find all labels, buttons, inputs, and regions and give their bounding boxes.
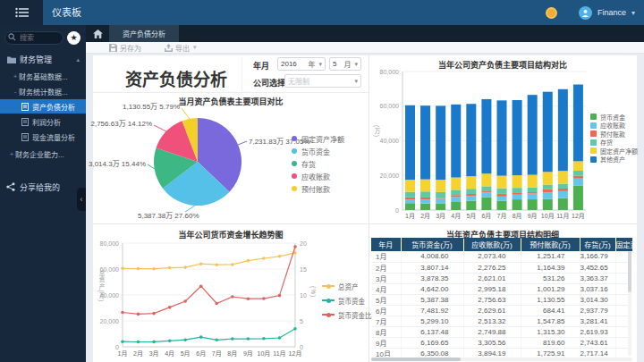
svg-text:8月: 8月 xyxy=(513,213,522,220)
table-cell-value: 3,166.79 xyxy=(580,251,615,262)
table-row: 3月3,878.352,621.01531.263,363.37 xyxy=(371,273,632,283)
legend-item[interactable]: 其他资产 xyxy=(590,156,638,164)
company-filter-label: 公司选择 xyxy=(253,77,285,88)
svg-text:1月: 1月 xyxy=(405,213,415,220)
table-cell-value: 3,894.19 xyxy=(463,348,521,357)
table-cell-value: 3,878.35 xyxy=(401,273,463,283)
table-cell-value: 3,014.30 xyxy=(580,294,615,305)
chevron-down-icon[interactable]: ▾ xyxy=(631,9,635,17)
export-icon xyxy=(165,44,173,52)
legend-item[interactable]: 固定资产净额 xyxy=(292,132,344,145)
table-cell-value: 2,937.79 xyxy=(580,305,615,316)
sidebar-item-balance-sheet-analysis[interactable]: 资产负债分析 xyxy=(0,99,86,114)
chevron-down-icon[interactable]: ▾ xyxy=(193,44,197,51)
table-cell-value: 6,137.48 xyxy=(401,326,463,337)
table-row: 7月5,299.102,513.321,547.853,281.41 xyxy=(371,316,632,326)
legend-item[interactable]: 存货 xyxy=(590,139,638,147)
legend-item[interactable]: 应收账款 xyxy=(292,170,344,182)
table-cell-value: 3,305.56 xyxy=(463,337,521,348)
table-cell-month: 1月 xyxy=(371,251,401,262)
svg-text:6月: 6月 xyxy=(481,213,491,220)
table-cell-month: 9月 xyxy=(371,337,401,348)
svg-text:20,000: 20,000 xyxy=(380,173,400,179)
svg-text:8月: 8月 xyxy=(227,350,237,358)
app-title: 仪表板 xyxy=(52,0,81,25)
legend-item[interactable]: 货币资金比 xyxy=(322,307,372,322)
legend-item[interactable]: 应收账款 xyxy=(590,122,638,130)
chevron-down-icon: ▾ xyxy=(354,61,358,68)
chevron-down-icon: ▾ xyxy=(354,78,358,85)
table-row: 10月6,350.083,894.191,725.912,717.14 xyxy=(371,348,632,357)
notification-icon[interactable] xyxy=(546,7,557,19)
sidebar-item-finance-capability[interactable]: + 财务企业能力... xyxy=(0,147,86,161)
legend-item[interactable]: 预付账款 xyxy=(292,182,344,195)
line-left-axis-label: 总资产(万) xyxy=(97,270,106,302)
sidebar-root-finance-management[interactable]: 财务管理 ▴ xyxy=(0,52,86,67)
sidebar-item-cashflow-analysis[interactable]: 现金流量分析 xyxy=(0,130,86,144)
scrollbar-thumb[interactable] xyxy=(371,358,461,361)
pie-data-label: 2,756.63万 14.12% xyxy=(91,118,153,128)
svg-text:60,000: 60,000 xyxy=(380,103,400,109)
table-cell-value: 1,130.55 xyxy=(521,294,580,305)
year-select[interactable]: 2016 年 ▾ xyxy=(277,57,326,71)
sidebar-collapse-button[interactable]: ‹ xyxy=(77,188,86,211)
table-cell-value: 3,037.16 xyxy=(580,283,615,294)
save-icon xyxy=(109,44,117,52)
svg-text:80,000: 80,000 xyxy=(100,240,120,247)
month-select[interactable]: 5 月 ▾ xyxy=(329,57,361,71)
divider xyxy=(242,57,242,91)
legend-item[interactable]: 货币资金 xyxy=(590,113,638,122)
save-as-button[interactable]: 另存为 xyxy=(109,43,141,53)
svg-text:1月: 1月 xyxy=(118,350,128,358)
table-cell-month: 2月 xyxy=(371,262,401,273)
menu-button[interactable] xyxy=(0,0,43,25)
table-cell-value: 2,621.01 xyxy=(463,273,521,283)
svg-text:9月: 9月 xyxy=(243,350,253,358)
svg-text:15: 15 xyxy=(300,266,307,273)
legend-item[interactable]: 固定资产净额 xyxy=(590,147,638,156)
legend-item[interactable]: 预付账款 xyxy=(590,130,638,139)
chevron-up-icon[interactable]: ▴ xyxy=(76,56,80,63)
sidebar-item-profit-analysis[interactable]: 利润分析 xyxy=(0,114,86,129)
svg-text:5: 5 xyxy=(300,318,303,324)
sidebar: ★ 财务管理 ▴ + 财务基础数据... - 财务统计数据... 资产负债分析 … xyxy=(0,25,86,362)
toolbar: 另存为 导出 ▾ xyxy=(86,42,644,54)
sidebar-item-finance-statistics-data[interactable]: - 财务统计数据... xyxy=(0,84,86,98)
home-button[interactable] xyxy=(86,25,109,42)
sidebar-item-shared-with-me[interactable]: 分享给我的 xyxy=(0,179,86,195)
svg-text:12月: 12月 xyxy=(289,350,302,358)
legend-item[interactable]: 货币资金 xyxy=(292,145,344,157)
table-cell-value: 1,164.39 xyxy=(521,262,580,273)
svg-text:80,000: 80,000 xyxy=(380,69,400,75)
legend-item[interactable]: 存货 xyxy=(292,157,344,170)
svg-text:5月: 5月 xyxy=(181,350,191,358)
table-row: 6月7,481.922,629.61684.412,937.79 xyxy=(371,305,632,316)
legend-item[interactable]: 货币资金 xyxy=(322,293,372,307)
table-cell-value: 4,642.00 xyxy=(401,283,463,294)
table-cell-value: 2,619.93 xyxy=(580,326,615,337)
svg-text:9月: 9月 xyxy=(528,213,538,220)
svg-text:20: 20 xyxy=(300,240,307,247)
company-select[interactable]: 无限制 ▾ xyxy=(284,74,361,88)
table-cell-value: 2,513.32 xyxy=(463,316,521,326)
user-name[interactable]: Finance xyxy=(597,8,626,17)
legend-item[interactable]: 总资产 xyxy=(322,279,372,293)
scrollbar-thumb[interactable] xyxy=(628,251,631,292)
table-cell-value: 5,299.10 xyxy=(401,316,463,326)
table-cell-value: 6,169.65 xyxy=(401,337,463,348)
table-header-cell: 应收账款(万) xyxy=(463,238,521,251)
export-button[interactable]: 导出 ▾ xyxy=(165,43,197,53)
tab-balance-sheet-analysis[interactable]: 资产负债分析 xyxy=(109,25,179,42)
table-cell-value: 1,725.91 xyxy=(521,348,580,357)
table-header-cell: 货币资金(万) xyxy=(401,238,463,251)
favorites-button[interactable]: ★ xyxy=(67,31,80,45)
sidebar-item-finance-basic-data[interactable]: + 财务基础数据... xyxy=(0,69,86,83)
table-header-cell: 年月 xyxy=(371,238,401,251)
svg-text:7月: 7月 xyxy=(497,213,507,220)
svg-text:11月: 11月 xyxy=(556,213,569,220)
svg-text:3月: 3月 xyxy=(149,350,159,358)
user-avatar[interactable] xyxy=(579,6,592,20)
pie-legend: 固定资产净额货币资金存货应收账款预付账款 xyxy=(292,132,344,195)
line-legend: 总资产货币资金货币资金比 xyxy=(322,279,372,322)
table-horizontal-scrollbar xyxy=(371,358,632,361)
